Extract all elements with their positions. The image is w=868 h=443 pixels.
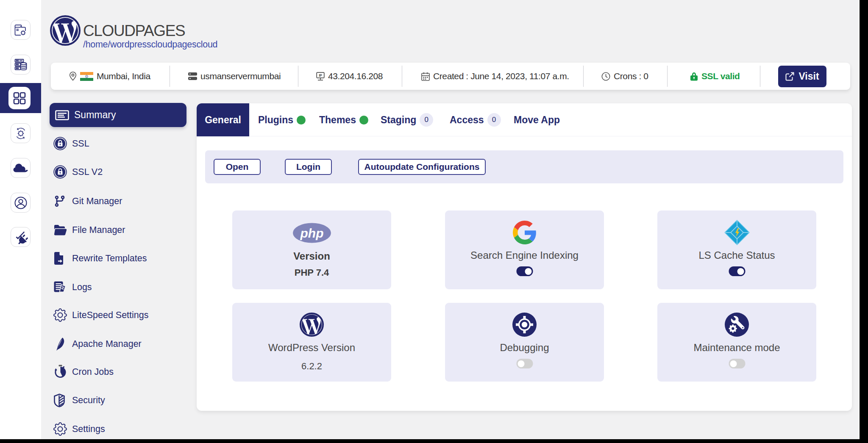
svg-text:php: php: [300, 226, 323, 240]
svg-text:IP: IP: [319, 73, 322, 78]
